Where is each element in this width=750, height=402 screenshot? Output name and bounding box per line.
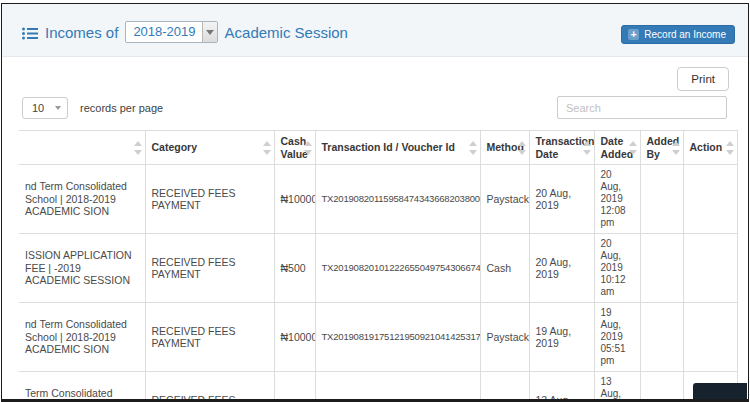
cell-desc: ISSION APPLICATION FEE | -2019 ACADEMIC … [19, 234, 145, 303]
column-header-cash-value[interactable]: Cash Value [274, 131, 315, 165]
column-header-action[interactable]: Action [683, 131, 737, 165]
screen: Incomes of 2018-2019 Academic Session + … [0, 0, 750, 402]
cell-tdate: 20 Aug, 2019 [529, 234, 594, 303]
cell-dadded: 20 Aug, 2019 10:12 am [594, 234, 640, 303]
window-frame: Incomes of 2018-2019 Academic Session + … [1, 3, 749, 402]
session-select-value: 2018-2019 [126, 22, 201, 42]
corner-widget[interactable] [693, 383, 747, 399]
page-title: Incomes of 2018-2019 Academic Session [22, 21, 348, 43]
table-body: nd Term Consolidated School | 2018-2019 … [19, 165, 737, 402]
pagesize-select[interactable]: 10 [22, 97, 68, 119]
income-table: CategoryCash ValueTransaction Id / Vouch… [19, 130, 738, 402]
cell-cash: ₦10000 [274, 165, 315, 234]
cell-action [683, 165, 737, 234]
column-header-transaction-id-voucher-id[interactable]: Transaction Id / Voucher Id [315, 131, 480, 165]
column-header-category[interactable]: Category [145, 131, 274, 165]
column-header-blank[interactable] [19, 131, 145, 165]
pagesize-control: 10 records per page [22, 97, 163, 119]
income-table-wrap: CategoryCash ValueTransaction Id / Vouch… [19, 130, 737, 402]
cell-action [683, 234, 737, 303]
record-income-label: Record an Income [644, 29, 726, 40]
cell-dadded: 19 Aug, 2019 05:51 pm [594, 303, 640, 372]
cell-category: RECEIVED FEES PAYMENT [145, 234, 274, 303]
cell-txid: TX2019081917512195092104142531761 [315, 303, 480, 372]
table-row: Term Consolidated Fees | -2019 ACADEMIC … [19, 372, 737, 402]
cell-category: RECEIVED FEES PAYMENT [145, 165, 274, 234]
cell-txid: TX2019082011595847434366820380089 [315, 165, 480, 234]
table-row: nd Term Consolidated School | 2018-2019 … [19, 165, 737, 234]
title-suffix: Academic Session [225, 24, 348, 41]
pagesize-value: 10 [32, 102, 44, 114]
cell-category: RECEIVED FEES PAYMENT [145, 372, 274, 402]
print-button[interactable]: Print [677, 67, 729, 91]
cell-addedby [640, 303, 683, 372]
cell-addedby [640, 165, 683, 234]
cell-action [683, 303, 737, 372]
column-header-label: Action [690, 141, 723, 153]
sort-icon [518, 141, 526, 155]
sort-icon [469, 141, 477, 155]
table-header-row: CategoryCash ValueTransaction Id / Vouch… [19, 131, 737, 165]
panel-heading: Incomes of 2018-2019 Academic Session + … [2, 4, 748, 57]
cell-method: Cash [480, 234, 529, 303]
column-header-label: Category [152, 141, 198, 153]
sort-icon [304, 141, 312, 155]
cell-category: RECEIVED FEES PAYMENT [145, 303, 274, 372]
record-income-button[interactable]: + Record an Income [621, 25, 735, 44]
column-header-date-added[interactable]: Date Added [594, 131, 640, 165]
cell-desc: nd Term Consolidated School | 2018-2019 … [19, 303, 145, 372]
sort-icon [629, 141, 637, 155]
cell-dadded: 13 Aug, 2019 06:43 am [594, 372, 640, 402]
column-header-label: Transaction Id / Voucher Id [322, 141, 455, 153]
cell-method: Paystack [480, 372, 529, 402]
column-header-method[interactable]: Method [480, 131, 529, 165]
cell-txid: TX2019082010122265504975430667401 [315, 234, 480, 303]
sort-icon [672, 141, 680, 155]
chevron-down-icon [55, 106, 61, 110]
cell-tdate: 13 Aug, 2019 [529, 372, 594, 402]
cell-desc: nd Term Consolidated School | 2018-2019 … [19, 165, 145, 234]
cell-dadded: 20 Aug, 2019 12:08 pm [594, 165, 640, 234]
cell-tdate: 19 Aug, 2019 [529, 303, 594, 372]
cell-cash: ₦10000 [274, 303, 315, 372]
column-header-transaction-date[interactable]: Transaction Date [529, 131, 594, 165]
sort-icon [726, 141, 734, 155]
column-header-added-by[interactable]: Added By [640, 131, 683, 165]
sort-icon [263, 141, 271, 155]
search-input[interactable] [557, 96, 727, 119]
list-icon [22, 26, 38, 39]
table-row: ISSION APPLICATION FEE | -2019 ACADEMIC … [19, 234, 737, 303]
sort-icon [134, 141, 142, 155]
cell-addedby [640, 234, 683, 303]
cell-tdate: 20 Aug, 2019 [529, 165, 594, 234]
cell-cash: ₦500 [274, 234, 315, 303]
title-prefix: Incomes of [45, 24, 118, 41]
cell-method: Paystack [480, 303, 529, 372]
plus-icon: + [628, 29, 639, 40]
cell-txid: TX2019081306431133456660853698849 [315, 372, 480, 402]
cell-addedby [640, 372, 683, 402]
table-row: nd Term Consolidated School | 2018-2019 … [19, 303, 737, 372]
session-select[interactable]: 2018-2019 [125, 21, 217, 43]
pagesize-label: records per page [80, 102, 163, 114]
sort-icon [583, 141, 591, 155]
cell-desc: Term Consolidated Fees | -2019 ACADEMIC … [19, 372, 145, 402]
chevron-down-icon [202, 22, 217, 42]
cell-cash: ₦20000 [274, 372, 315, 402]
cell-method: Paystack [480, 165, 529, 234]
